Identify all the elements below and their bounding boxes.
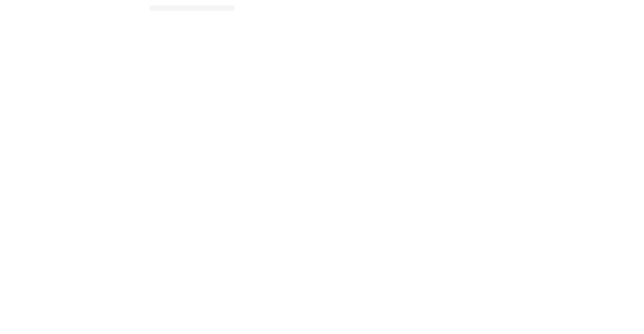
price-behind: 3.569 [208, 10, 221, 11]
